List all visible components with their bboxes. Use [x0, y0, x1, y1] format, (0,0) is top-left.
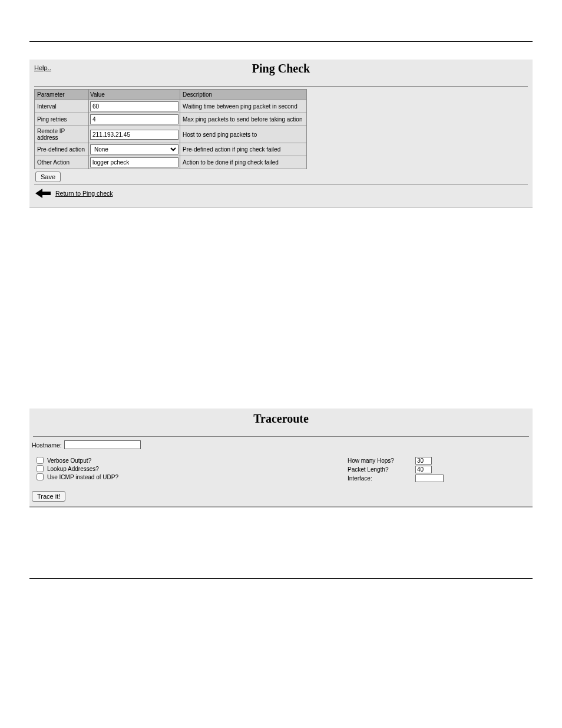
trace-it-button[interactable]: Trace it!	[32, 491, 65, 502]
svg-marker-0	[35, 189, 51, 198]
remote-ip-input[interactable]	[90, 130, 178, 140]
ping-check-panel: Help.. Ping Check Parameter Value Descri…	[29, 60, 533, 208]
icmp-label: Use ICMP instead of UDP?	[47, 474, 118, 480]
param-remoteip-label: Remote IP address	[35, 126, 89, 143]
other-action-input[interactable]	[90, 157, 178, 167]
top-page-rule	[29, 41, 533, 42]
ping-params-table: Parameter Value Description Interval Wai…	[34, 89, 307, 169]
col-description: Description	[180, 90, 307, 100]
param-otheraction-desc: Action to be done if ping check failed	[180, 156, 307, 169]
ping-header-rule	[34, 86, 528, 87]
interface-label: Interface:	[348, 475, 415, 482]
col-parameter: Parameter	[35, 90, 89, 100]
hops-input[interactable]	[415, 457, 432, 465]
param-preaction-desc: Pre-defined action if ping check failed	[180, 143, 307, 156]
hops-label: How many Hops?	[348, 457, 415, 464]
return-link[interactable]: Return to Ping check	[55, 190, 113, 197]
footer-page-rule	[29, 578, 533, 579]
param-interval-label: Interval	[35, 100, 89, 113]
param-remoteip-desc: Host to send ping packets to	[180, 126, 307, 143]
table-row: Interval Waiting time between ping packe…	[35, 100, 307, 113]
hostname-label: Hostname:	[32, 442, 62, 449]
ping-check-title: Ping Check	[34, 62, 528, 75]
param-interval-desc: Waiting time between ping packet in seco…	[180, 100, 307, 113]
traceroute-title: Traceroute	[29, 409, 533, 426]
icmp-checkbox[interactable]	[37, 473, 44, 480]
table-row: Ping retries Max ping packets to send be…	[35, 113, 307, 126]
trace-bottom-rule	[29, 506, 533, 507]
param-preaction-label: Pre-defined action	[35, 143, 89, 156]
param-retries-label: Ping retries	[35, 113, 89, 126]
table-row: Other Action Action to be done if ping c…	[35, 156, 307, 169]
table-row: Remote IP address Host to send ping pack…	[35, 126, 307, 143]
hostname-input[interactable]	[64, 440, 141, 449]
lookup-label: Lookup Addresses?	[47, 466, 99, 472]
verbose-checkbox[interactable]	[37, 457, 44, 464]
param-retries-desc: Max ping packets to send before taking a…	[180, 113, 307, 126]
trace-header-rule	[33, 436, 529, 437]
arrow-left-icon[interactable]	[35, 189, 51, 198]
ping-retries-input[interactable]	[90, 114, 178, 124]
predefined-action-select[interactable]: None	[90, 144, 178, 154]
lookup-checkbox[interactable]	[37, 465, 44, 472]
col-value: Value	[89, 90, 180, 100]
table-row: Pre-defined action None Pre-defined acti…	[35, 143, 307, 156]
interval-input[interactable]	[90, 101, 178, 111]
interface-input[interactable]	[415, 475, 444, 482]
packet-length-label: Packet Length?	[348, 466, 415, 473]
verbose-label: Verbose Output?	[47, 457, 91, 464]
help-link[interactable]: Help..	[34, 64, 51, 71]
save-button[interactable]: Save	[35, 172, 61, 182]
packet-length-input[interactable]	[415, 466, 432, 473]
traceroute-panel: Traceroute Hostname: Verbose Output? Loo…	[29, 409, 533, 508]
param-otheraction-label: Other Action	[35, 156, 89, 169]
